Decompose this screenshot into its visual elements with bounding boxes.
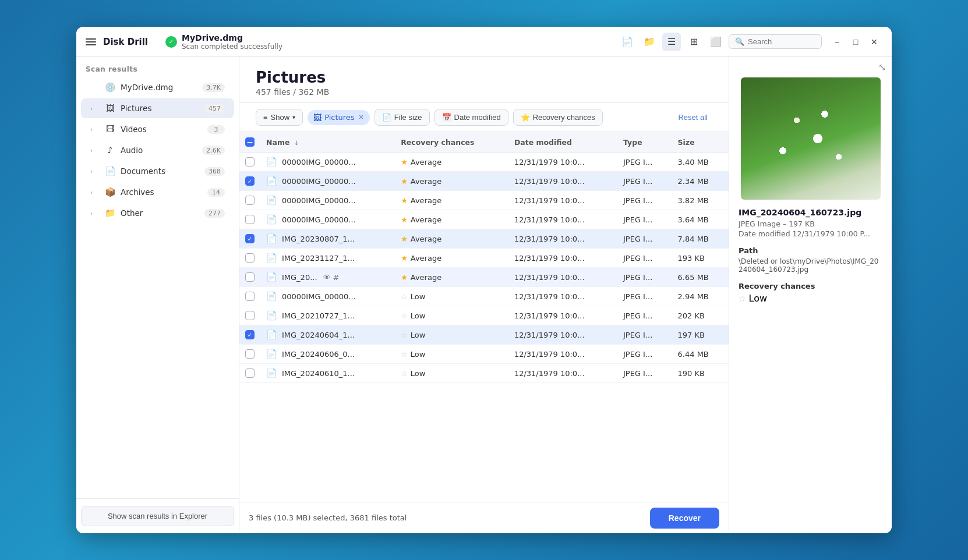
recovery-label: Average bbox=[411, 254, 441, 263]
archives-icon: 📦 bbox=[104, 187, 116, 197]
sidebar-item-count: 3.7K bbox=[202, 83, 225, 92]
table-row[interactable]: 📄IMG_20...👁#★Average12/31/1979 10:0...JP… bbox=[239, 268, 729, 287]
table-row[interactable]: 📄00000IMG_00000...★Average12/31/1979 10:… bbox=[239, 191, 729, 210]
sidebar-item-archives[interactable]: › 📦 Archives 14 bbox=[81, 182, 234, 202]
table-row[interactable]: 📄IMG_20240606_0...☆Low12/31/1979 10:0...… bbox=[239, 345, 729, 364]
date-modified-filter-button[interactable]: 📅 Date modified bbox=[434, 109, 508, 126]
pictures-filter-chip[interactable]: 🖼 Pictures ✕ bbox=[308, 110, 370, 125]
row-checkbox[interactable] bbox=[245, 349, 255, 359]
sidebar-item-other[interactable]: › 📁 Other 277 bbox=[81, 203, 234, 223]
row-checkbox-cell bbox=[239, 249, 260, 268]
grid-view-icon[interactable]: ⊞ bbox=[684, 33, 703, 51]
file-name-text: IMG_20210727_1... bbox=[282, 311, 355, 320]
row-checkbox[interactable]: ✓ bbox=[245, 330, 255, 339]
table-row[interactable]: ✓📄IMG_20240604_1...☆Low12/31/1979 10:0..… bbox=[239, 325, 729, 345]
table-row[interactable]: 📄00000IMG_00000...★Average12/31/1979 10:… bbox=[239, 210, 729, 229]
app-title: Disk Drill bbox=[103, 37, 148, 47]
recover-button[interactable]: Recover bbox=[650, 508, 719, 529]
row-checkbox[interactable] bbox=[245, 157, 255, 166]
preview-action-icon[interactable]: 👁 bbox=[323, 273, 331, 282]
recovery-cell: ☆Low bbox=[395, 364, 508, 383]
select-all-checkbox[interactable]: — bbox=[245, 137, 255, 147]
preview-expand-button[interactable]: ⤡ bbox=[878, 62, 886, 73]
file-size-filter-button[interactable]: 📄 File size bbox=[375, 109, 430, 126]
show-explorer-button[interactable]: Show scan results in Explorer bbox=[81, 506, 234, 526]
recovery-label: Low bbox=[411, 331, 426, 339]
table-row[interactable]: ✓📄00000IMG_00000...★Average12/31/1979 10… bbox=[239, 172, 729, 191]
row-checkbox[interactable] bbox=[245, 292, 255, 301]
row-checkbox[interactable] bbox=[245, 253, 255, 263]
table-row[interactable]: 📄IMG_20231127_1...★Average12/31/1979 10:… bbox=[239, 249, 729, 268]
close-button[interactable]: ✕ bbox=[866, 34, 882, 50]
pictures-icon: 🖼 bbox=[104, 103, 116, 114]
sidebar-item-mydrive[interactable]: 💿 MyDrive.dmg 3.7K bbox=[81, 77, 234, 97]
recovery-label: Low bbox=[411, 350, 426, 359]
file-name-cell: 📄00000IMG_00000... bbox=[260, 191, 395, 210]
date-modified-cell: 12/31/1979 10:0... bbox=[508, 229, 617, 249]
file-type-cell: JPEG I... bbox=[617, 345, 672, 364]
file-type-cell: JPEG I... bbox=[617, 229, 672, 249]
file-type-icon: 📄 bbox=[266, 214, 277, 225]
file-name-text: 00000IMG_00000... bbox=[282, 292, 356, 301]
split-view-icon[interactable]: ⬜ bbox=[706, 33, 725, 51]
file-name-text: IMG_20240610_1... bbox=[282, 369, 355, 378]
search-input[interactable] bbox=[748, 37, 812, 46]
row-checkbox[interactable] bbox=[245, 368, 255, 378]
sidebar-item-videos[interactable]: › 🎞 Videos 3 bbox=[81, 119, 234, 139]
file-type-cell: JPEG I... bbox=[617, 306, 672, 325]
row-checkbox-cell: ✓ bbox=[239, 229, 260, 249]
row-checkbox[interactable] bbox=[245, 272, 255, 282]
folder-icon[interactable]: 📁 bbox=[640, 33, 659, 51]
title-bar: Disk Drill ✓ MyDrive.dmg Scan completed … bbox=[76, 27, 892, 57]
pictures-chip-icon: 🖼 bbox=[313, 113, 322, 122]
file-name-cell: 📄IMG_20230807_1... bbox=[260, 229, 395, 249]
recovery-cell: ★Average bbox=[395, 268, 508, 287]
list-view-icon[interactable]: ☰ bbox=[662, 33, 681, 51]
recovery-label: Average bbox=[411, 196, 441, 205]
reset-all-button[interactable]: Reset all bbox=[673, 111, 712, 124]
row-checkbox[interactable] bbox=[245, 215, 255, 224]
preview-info: IMG_20240604_160723.jpg JPEG Image – 197… bbox=[729, 200, 892, 312]
main-content: Scan results 💿 MyDrive.dmg 3.7K › 🖼 Pict… bbox=[76, 57, 892, 533]
preview-meta1: JPEG Image – 197 KB bbox=[739, 219, 882, 228]
table-body: 📄00000IMG_00000...★Average12/31/1979 10:… bbox=[239, 153, 729, 383]
row-checkbox[interactable] bbox=[245, 311, 255, 320]
pictures-chip-close[interactable]: ✕ bbox=[359, 114, 364, 121]
file-name-cell: 📄IMG_20240604_1... bbox=[260, 325, 395, 345]
show-label: Show bbox=[271, 113, 290, 122]
maximize-button[interactable]: □ bbox=[847, 34, 864, 50]
new-file-icon[interactable]: 📄 bbox=[618, 33, 637, 51]
sidebar-item-pictures[interactable]: › 🖼 Pictures 457 bbox=[81, 98, 234, 118]
date-modified-cell: 12/31/1979 10:0... bbox=[508, 325, 617, 345]
file-type-icon: 📄 bbox=[266, 329, 277, 340]
table-row[interactable]: 📄00000IMG_00000...★Average12/31/1979 10:… bbox=[239, 153, 729, 172]
sidebar-item-audio[interactable]: › ♪ Audio 2.6K bbox=[81, 140, 234, 160]
dropdown-icon: ▾ bbox=[292, 114, 295, 120]
table-row[interactable]: 📄IMG_20210727_1...☆Low12/31/1979 10:0...… bbox=[239, 306, 729, 325]
sidebar-item-count: 2.6K bbox=[202, 146, 225, 155]
recovery-star-icon: ☆ bbox=[401, 331, 408, 339]
recovery-cell: ☆Low bbox=[395, 306, 508, 325]
table-row[interactable]: 📄00000IMG_00000...☆Low12/31/1979 10:0...… bbox=[239, 287, 729, 306]
minimize-button[interactable]: − bbox=[829, 34, 845, 50]
sort-icon: ↓ bbox=[294, 140, 299, 146]
hamburger-menu-icon[interactable] bbox=[86, 36, 97, 48]
table-row[interactable]: 📄IMG_20240610_1...☆Low12/31/1979 10:0...… bbox=[239, 364, 729, 383]
tag-action-icon[interactable]: # bbox=[333, 273, 340, 282]
table-row[interactable]: ✓📄IMG_20230807_1...★Average12/31/1979 10… bbox=[239, 229, 729, 249]
row-checkbox[interactable] bbox=[245, 196, 255, 205]
row-checkbox[interactable]: ✓ bbox=[245, 176, 255, 186]
show-filter-button[interactable]: ≡ Show ▾ bbox=[256, 109, 303, 126]
recovery-star-icon: ☆ bbox=[401, 311, 408, 320]
row-checkbox-cell bbox=[239, 191, 260, 210]
recovery-label: Average bbox=[411, 273, 441, 282]
sidebar-item-documents[interactable]: › 📄 Documents 368 bbox=[81, 161, 234, 181]
recovery-chances-filter-button[interactable]: ⭐ Recovery chances bbox=[513, 109, 603, 126]
file-type-cell: JPEG I... bbox=[617, 172, 672, 191]
row-checkbox[interactable]: ✓ bbox=[245, 234, 255, 243]
row-checkbox-cell: ✓ bbox=[239, 325, 260, 345]
file-table: — Name ↓ Recovery chances Date modified … bbox=[239, 132, 729, 383]
select-all-header[interactable]: — bbox=[239, 132, 260, 153]
file-name-cell: 📄IMG_20231127_1... bbox=[260, 249, 395, 268]
chevron-icon: › bbox=[90, 168, 98, 175]
